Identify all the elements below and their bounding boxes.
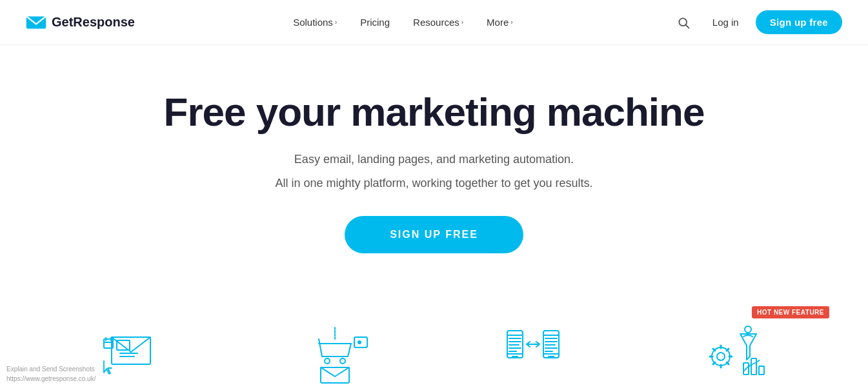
svg-point-37 (717, 353, 725, 360)
feature-landing (462, 311, 604, 389)
bottom-overlay: Explain and Send Screenshots https://www… (6, 364, 96, 384)
svg-point-16 (358, 341, 361, 344)
ecommerce-icon-wrap (274, 318, 396, 389)
svg-line-42 (713, 349, 715, 351)
search-button[interactable] (671, 10, 696, 35)
hero-heading: Free your marketing machine (26, 90, 842, 134)
svg-point-11 (325, 358, 330, 364)
main-navigation: GetResponse Solutions › Pricing Resource… (0, 0, 868, 45)
feature-ecommerce (264, 311, 406, 389)
overlay-line1: Explain and Send Screenshots (6, 364, 96, 374)
hero-signup-button[interactable]: SIGN UP FREE (345, 216, 523, 253)
svg-rect-48 (759, 366, 764, 375)
login-button[interactable]: Log in (701, 12, 751, 33)
search-icon (677, 16, 690, 29)
ecommerce-icon (290, 321, 380, 385)
nav-links: Solutions › Pricing Resources › More › (284, 12, 522, 33)
nav-pricing[interactable]: Pricing (351, 12, 399, 33)
hero-subtext-2: All in one mighty platform, working toge… (26, 173, 842, 193)
automation-icon-wrap (669, 318, 792, 389)
chevron-icon: › (335, 19, 337, 26)
landing-pages-icon (488, 321, 578, 385)
svg-line-44 (727, 349, 729, 351)
nav-actions: Log in Sign up free (671, 10, 842, 35)
hero-cta: SIGN UP FREE (26, 216, 842, 253)
feature-automation (660, 311, 802, 389)
overlay-line2: https://www.getresponse.co.uk/ (6, 374, 96, 384)
chevron-icon: › (461, 19, 463, 26)
svg-line-2 (686, 24, 689, 28)
nav-resources[interactable]: Resources › (404, 12, 472, 33)
nav-more[interactable]: More › (478, 12, 522, 33)
logo-icon (26, 15, 46, 30)
svg-line-43 (727, 362, 729, 364)
landing-icon-wrap (472, 318, 594, 389)
brand-name: GetResponse (52, 15, 135, 30)
nav-solutions[interactable]: Solutions › (284, 12, 346, 33)
svg-point-49 (745, 326, 751, 333)
hero-subtext-1: Easy email, landing pages, and marketing… (26, 150, 842, 170)
signup-button[interactable]: Sign up free (756, 10, 842, 34)
hot-new-feature-badge: HOT NEW FEATURE (752, 306, 829, 318)
chevron-icon: › (510, 19, 512, 26)
email-marketing-icon (92, 321, 183, 385)
marketing-automation-icon (685, 321, 776, 385)
svg-rect-47 (751, 358, 756, 375)
hero-section: Free your marketing machine Easy email, … (0, 45, 868, 279)
svg-point-12 (340, 358, 345, 364)
svg-line-45 (713, 362, 715, 364)
features-row: HOT NEW FEATURE (0, 292, 868, 389)
brand-logo[interactable]: GetResponse (26, 15, 135, 30)
